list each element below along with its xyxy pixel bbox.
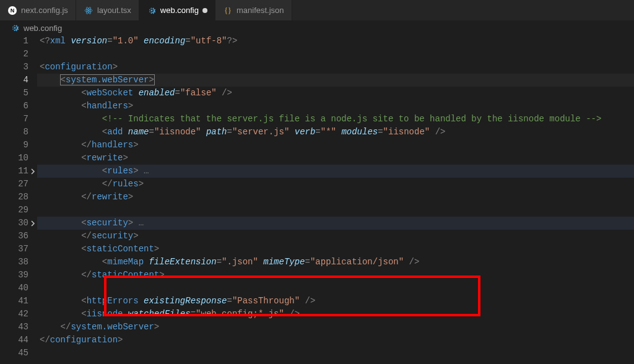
line-number: 41: [0, 295, 37, 308]
code-line[interactable]: <httpErrors existingResponse="PassThroug…: [37, 295, 634, 308]
code-line[interactable]: <system.webServer>: [37, 74, 634, 87]
code-line[interactable]: </staticContent>: [37, 269, 634, 282]
tab-web-config[interactable]: web.config: [139, 0, 215, 20]
line-number: 4: [0, 74, 37, 87]
line-number: 30: [0, 217, 37, 230]
svg-point-2: [88, 9, 89, 11]
tab-label: next.config.js: [21, 6, 68, 15]
unsaved-indicator-icon: [202, 8, 207, 13]
code-line[interactable]: <rewrite>: [37, 152, 634, 165]
code-line[interactable]: <iisnode watchedFiles="web.config;*.js" …: [37, 308, 634, 321]
nextjs-icon: N: [7, 6, 17, 15]
line-number: 44: [0, 334, 37, 347]
line-number: 27: [0, 178, 37, 191]
line-number: 42: [0, 308, 37, 321]
line-number: 38: [0, 256, 37, 269]
code-area[interactable]: <?xml version="1.0" encoding="utf-8"?><c…: [37, 35, 634, 364]
code-line[interactable]: [37, 347, 634, 360]
line-number: 39: [0, 269, 37, 282]
code-line[interactable]: <webSocket enabled="false" />: [37, 87, 634, 100]
line-number: 2: [0, 48, 37, 61]
code-line[interactable]: </system.webServer>: [37, 321, 634, 334]
line-number: 37: [0, 243, 37, 256]
editor-tabs: N next.config.js layout.tsx web.config {…: [0, 0, 634, 21]
line-number: 3: [0, 61, 37, 74]
code-line[interactable]: <rules> …: [37, 165, 634, 178]
code-line[interactable]: [37, 282, 634, 295]
code-line[interactable]: </handlers>: [37, 139, 634, 152]
code-line[interactable]: <mimeMap fileExtension=".json" mimeType=…: [37, 256, 634, 269]
line-number: 10: [0, 152, 37, 165]
code-line[interactable]: [37, 48, 634, 61]
line-number: 45: [0, 347, 37, 360]
tab-next-config[interactable]: N next.config.js: [0, 0, 76, 20]
line-number-gutter: 1234567891011272829303637383940414243444…: [0, 35, 37, 364]
code-line[interactable]: </security>: [37, 230, 634, 243]
line-number: 28: [0, 191, 37, 204]
code-editor[interactable]: 1234567891011272829303637383940414243444…: [0, 35, 634, 364]
code-line[interactable]: <handlers>: [37, 100, 634, 113]
react-icon: [84, 6, 93, 15]
line-number: 36: [0, 230, 37, 243]
breadcrumb[interactable]: web.config: [0, 21, 634, 35]
line-number: 7: [0, 113, 37, 126]
code-line[interactable]: <staticContent>: [37, 243, 634, 256]
line-number: 6: [0, 100, 37, 113]
code-line[interactable]: <?xml version="1.0" encoding="utf-8"?>: [37, 35, 634, 48]
line-number: 1: [0, 35, 37, 48]
line-number: 43: [0, 321, 37, 334]
svg-text:{}: {}: [224, 6, 232, 15]
code-line[interactable]: </configuration>: [37, 334, 634, 347]
breadcrumb-label: web.config: [24, 24, 62, 33]
tab-manifest-json[interactable]: {} manifest.json: [215, 0, 292, 20]
tab-layout-tsx[interactable]: layout.tsx: [76, 0, 139, 20]
gear-icon: [10, 23, 20, 33]
json-icon: {}: [223, 6, 233, 15]
code-line[interactable]: <configuration>: [37, 61, 634, 74]
tab-label: manifest.json: [237, 6, 284, 15]
tab-label: layout.tsx: [97, 6, 131, 15]
line-number: 11: [0, 165, 37, 178]
code-line[interactable]: <security> …: [37, 217, 634, 230]
line-number: 40: [0, 282, 37, 295]
line-number: 9: [0, 139, 37, 152]
code-line[interactable]: [37, 204, 634, 217]
line-number: 8: [0, 126, 37, 139]
line-number: 5: [0, 87, 37, 100]
code-line[interactable]: <add name="iisnode" path="server.js" ver…: [37, 126, 634, 139]
svg-text:N: N: [11, 7, 15, 14]
code-line[interactable]: <!-- Indicates that the server.js file i…: [37, 113, 634, 126]
code-line[interactable]: </rewrite>: [37, 191, 634, 204]
code-line[interactable]: </rules>: [37, 178, 634, 191]
tab-label: web.config: [160, 6, 199, 15]
gear-icon: [147, 6, 157, 15]
line-number: 29: [0, 204, 37, 217]
